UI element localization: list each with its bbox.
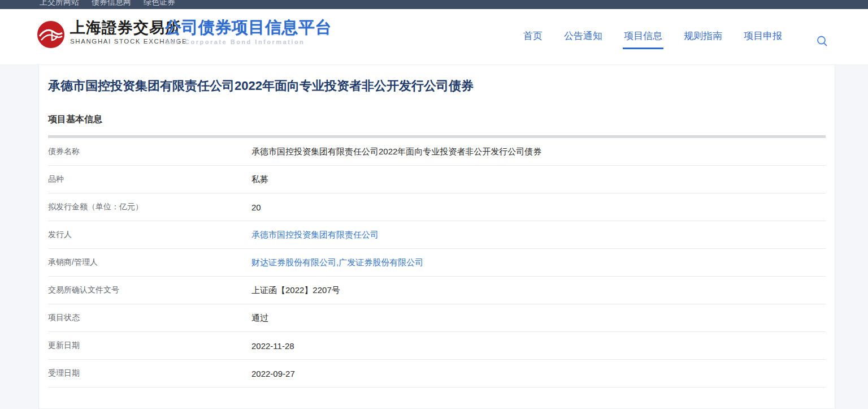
table-row: 交易所确认文件文号上证函【2022】2207号 — [48, 277, 826, 304]
row-value: 通过 — [251, 313, 268, 324]
row-label: 受理日期 — [48, 368, 251, 378]
page-background: 承德市国控投资集团有限责任公司2022年面向专业投资者非公开发行公司债券 项目基… — [0, 65, 868, 409]
sse-logo-icon — [37, 21, 64, 48]
main-nav: 首页公告通知项目信息规则指南项目申报 — [503, 9, 783, 65]
table-row: 更新日期2022-11-28 — [48, 332, 826, 360]
table-row: 受理日期2022-09-27 — [48, 360, 826, 388]
nav-item-1[interactable]: 首页 — [522, 25, 544, 49]
nav-item-3[interactable]: 项目信息 — [623, 25, 663, 49]
table-row: 承销商/管理人财达证券股份有限公司,广发证券股份有限公司 — [48, 249, 826, 277]
row-value: 私募 — [251, 174, 268, 185]
row-value: 2022-11-28 — [251, 341, 294, 351]
row-value: 承德市国控投资集团有限责任公司2022年面向专业投资者非公开发行公司债券 — [251, 147, 541, 157]
row-value: 上证函【2022】2207号 — [251, 285, 340, 296]
topbar: 上交所网站债券信息网绿色证券 — [0, 0, 868, 9]
row-value: 20 — [251, 203, 261, 212]
nav-item-2[interactable]: 公告通知 — [563, 25, 604, 49]
topbar-link[interactable]: 上交所网站 — [40, 0, 79, 7]
row-label: 项目状态 — [48, 313, 251, 323]
table-row: 品种私募 — [48, 166, 826, 193]
search-icon[interactable] — [816, 35, 828, 48]
row-label: 发行人 — [48, 230, 251, 240]
row-value: 2022-09-27 — [251, 369, 295, 378]
platform-title-cn: 公司债券项目信息平台 — [165, 18, 332, 36]
info-table: 债券名称承德市国控投资集团有限责任公司2022年面向专业投资者非公开发行公司债券… — [48, 138, 826, 388]
row-label: 交易所确认文件文号 — [48, 285, 251, 295]
table-row: 拟发行金额（单位：亿元）20 — [48, 193, 826, 221]
table-row: 债券名称承德市国控投资集团有限责任公司2022年面向专业投资者非公开发行公司债券 — [48, 138, 826, 166]
section-title: 项目基本信息 — [48, 114, 826, 126]
topbar-link[interactable]: 绿色证券 — [144, 0, 175, 7]
content-card: 承德市国控投资集团有限责任公司2022年面向专业投资者非公开发行公司债券 项目基… — [38, 65, 835, 409]
row-label: 品种 — [48, 174, 251, 184]
topbar-links: 上交所网站债券信息网绿色证券 — [0, 0, 868, 7]
nav-item-4[interactable]: 规则指南 — [683, 25, 723, 49]
table-row: 发行人承德市国控投资集团有限责任公司 — [48, 221, 826, 249]
row-label: 更新日期 — [48, 341, 251, 351]
topbar-link[interactable]: 债券信息网 — [92, 0, 131, 7]
nav-item-5[interactable]: 项目申报 — [743, 25, 783, 49]
row-value-link[interactable]: 财达证券股份有限公司,广发证券股份有限公司 — [251, 257, 423, 268]
row-value-link[interactable]: 承德市国控投资集团有限责任公司 — [251, 230, 379, 240]
row-label: 承销商/管理人 — [48, 257, 251, 268]
row-label: 拟发行金额（单位：亿元） — [48, 202, 251, 212]
platform-title-en: SSE Corporate Bond Information — [165, 38, 332, 45]
page-title: 承德市国控投资集团有限责任公司2022年面向专业投资者非公开发行公司债券 — [48, 65, 826, 94]
site-header: 上海證券交易所 SHANGHAI STOCK EXCHANGE 公司债券项目信息… — [0, 9, 868, 65]
row-label: 债券名称 — [48, 147, 251, 157]
table-row: 项目状态通过 — [48, 304, 826, 332]
platform-title: 公司债券项目信息平台 SSE Corporate Bond Informatio… — [165, 18, 332, 45]
